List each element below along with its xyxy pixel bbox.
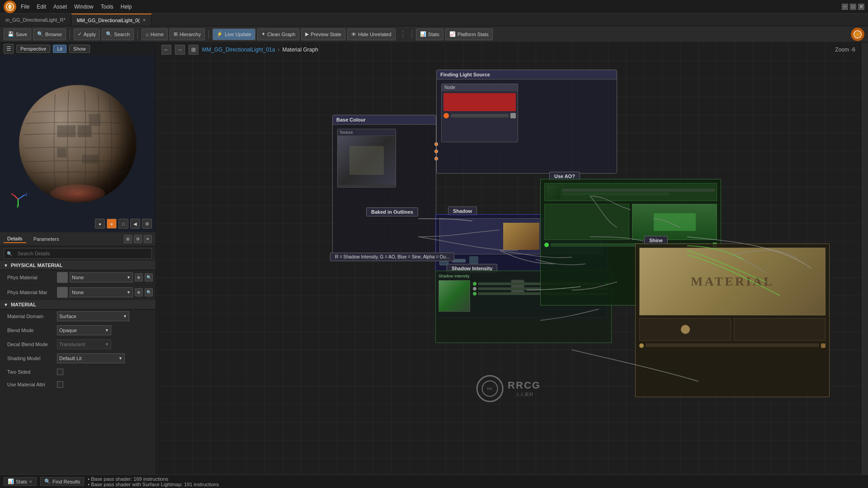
blend-mode-dropdown[interactable]: Opaque ▼ (57, 325, 111, 335)
decal-blend-mode-dropdown[interactable]: Translucent ▼ (57, 339, 111, 349)
back-nav-button[interactable]: ← (161, 45, 171, 55)
stats-tab-close-icon[interactable]: ✕ (29, 479, 33, 484)
apply-button[interactable]: ✓ Apply (74, 28, 100, 40)
tab-material-r[interactable]: m_GG_DirectionalLight_R* (0, 14, 71, 26)
physical-material-section-header[interactable]: ▼ PHYSICAL MATERIAL (0, 261, 156, 270)
dropdown-arrow-icon: ▼ (127, 275, 131, 280)
phys-material-mar-add-icon[interactable]: ⊕ (135, 288, 143, 296)
breadcrumb-material[interactable]: MM_GG_DirectionalLight_01a (202, 47, 275, 53)
search-details-input[interactable] (14, 249, 86, 258)
settings-icon[interactable]: ⚙ (134, 235, 142, 243)
finding-light-source-node[interactable]: Finding Light Source Node (436, 70, 617, 174)
home-button[interactable]: ⌂ Home (142, 28, 168, 40)
material-section-header[interactable]: ▼ MATERIAL (0, 300, 156, 310)
svg-line-7 (18, 195, 25, 199)
material-domain-label: Material Domain (7, 314, 57, 319)
viewport[interactable]: ☰ Perspective Lit Show (0, 42, 156, 232)
two-sided-value (57, 369, 152, 375)
details-tab[interactable]: Details (4, 235, 26, 243)
base-colour-node[interactable]: Base Colour Texture (332, 115, 436, 255)
r-shadow-label-node[interactable]: R = Shadow Intensity, G = AO, Blue = Sin… (330, 253, 454, 261)
phys-material-mar-search-icon[interactable]: 🔍 (145, 288, 153, 296)
close-panel-icon[interactable]: ✕ (144, 235, 152, 243)
menu-window[interactable]: Window (74, 4, 94, 10)
browse-button[interactable]: 🔍 Browse (33, 28, 66, 40)
menu-asset[interactable]: Asset (53, 4, 67, 10)
clean-graph-button[interactable]: ✦ Clean Graph (257, 28, 299, 40)
breadcrumb-graph: Material Graph (282, 47, 318, 53)
viewport-show-button[interactable]: Show (69, 45, 90, 53)
stats-icon: 📊 (420, 31, 426, 37)
viewport-tool-settings[interactable]: ⚙ (142, 219, 152, 229)
main-content: ☰ Perspective Lit Show (0, 42, 868, 474)
svg-rect-6 (82, 155, 98, 163)
two-sided-checkbox[interactable] (57, 369, 63, 375)
platform-stats-label: Platform Stats (458, 32, 489, 37)
material-domain-dropdown[interactable]: Surface ▼ (57, 311, 129, 321)
menu-edit[interactable]: Edit (37, 4, 46, 10)
hierarchy-button[interactable]: ⊞ Hierarchy (170, 28, 205, 40)
shading-model-dropdown[interactable]: Default Lit ▼ (57, 353, 125, 363)
base-colour-title: Base Colour (333, 115, 436, 125)
phys-material-label: Phys Material (7, 275, 57, 280)
graph-area[interactable]: ← → ⊞ MM_GG_DirectionalLight_01a › Mater… (156, 42, 861, 474)
blend-mode-value: Opaque ▼ (57, 325, 152, 335)
shading-model-value: Default Lit ▼ (57, 353, 152, 363)
hide-unrelated-button[interactable]: 👁 Hide Unrelated (347, 28, 395, 40)
menu-tools[interactable]: Tools (101, 4, 113, 10)
decal-blend-mode-row: Decal Blend Mode Translucent ▼ (0, 338, 156, 352)
viewport-tool-sphere[interactable]: ● (95, 219, 105, 229)
window-controls: ─ □ ✕ (842, 4, 864, 10)
phys-material-search-icon[interactable]: 🔍 (145, 273, 153, 282)
live-update-button[interactable]: ⚡ Live Update (212, 28, 255, 40)
phys-material-mar-dropdown[interactable]: None ▼ (70, 287, 133, 297)
viewport-tool-cube[interactable]: □ (118, 219, 128, 229)
stats-button[interactable]: 📊 Stats (416, 28, 443, 40)
preview-state-button[interactable]: ▶ Preview State (301, 28, 345, 40)
find-results-label: Find Results (52, 479, 80, 484)
tab-bar: m_GG_DirectionalLight_R* MM_GG_Direction… (0, 14, 868, 26)
search-icon: 🔍 (7, 251, 12, 256)
menu-file[interactable]: File (21, 4, 29, 10)
svg-rect-5 (57, 148, 66, 157)
phys-material-add-icon[interactable]: ⊕ (135, 273, 143, 282)
grid-view-icon[interactable]: ⊞ (124, 235, 132, 243)
save-button[interactable]: 💾 Save (4, 28, 31, 40)
menu-help[interactable]: Help (121, 4, 132, 10)
stats-tab[interactable]: 📊 Stats ✕ (4, 477, 37, 486)
dropdown-arrow-icon-2: ▼ (127, 290, 131, 295)
find-results-tab[interactable]: 🔍 Find Results (40, 477, 84, 486)
forward-nav-button[interactable]: → (175, 45, 185, 55)
home-label: Home (151, 32, 164, 37)
material-domain-arrow-icon: ▼ (123, 314, 127, 319)
viewport-tool-arrow[interactable]: ◀ (130, 219, 140, 229)
tab-material-graph[interactable]: MM_GG_DirectionalLight_0( ✕ (71, 14, 152, 26)
viewport-menu-button[interactable]: ☰ (4, 44, 14, 54)
material-domain-value: Surface ▼ (57, 311, 152, 321)
viewport-perspective-button[interactable]: Perspective (16, 45, 50, 53)
material-section-arrow-icon: ▼ (4, 302, 8, 307)
close-button[interactable]: ✕ (858, 4, 864, 10)
tab-label: MM_GG_DirectionalLight_0( (77, 18, 140, 23)
minimize-button[interactable]: ─ (842, 4, 848, 10)
find-icon: 🔍 (44, 479, 51, 484)
viewport-tool-active[interactable]: ● (107, 219, 117, 229)
shine-comment-node[interactable]: MATERIAL (635, 244, 830, 397)
use-material-attrib-checkbox[interactable] (57, 381, 63, 388)
stats-list: Base pass shader: 169 instructions Base … (88, 476, 864, 487)
viewport-lit-button[interactable]: Lit (53, 45, 66, 53)
graph-canvas: Finding Light Source Node B (156, 42, 861, 474)
maximize-button[interactable]: □ (850, 4, 856, 10)
hierarchy-label: Hierarchy (179, 32, 201, 37)
platform-stats-button[interactable]: 📈 Platform Stats (445, 28, 493, 40)
right-sidebar: ··· (861, 42, 868, 474)
phys-material-dropdown[interactable]: None ▼ (70, 272, 133, 282)
baked-outlines-label-node[interactable]: Baked in Outlines (366, 207, 418, 216)
search-button[interactable]: 🔍 Search (102, 28, 134, 40)
tab-label: m_GG_DirectionalLight_R* (5, 17, 66, 23)
parameters-tab[interactable]: Parameters (30, 235, 63, 243)
decal-blend-mode-label: Decal Blend Mode (7, 342, 57, 347)
grid-layout-button[interactable]: ⊞ (189, 45, 198, 55)
svg-point-1 (854, 30, 861, 38)
tab-close-icon[interactable]: ✕ (142, 18, 146, 23)
